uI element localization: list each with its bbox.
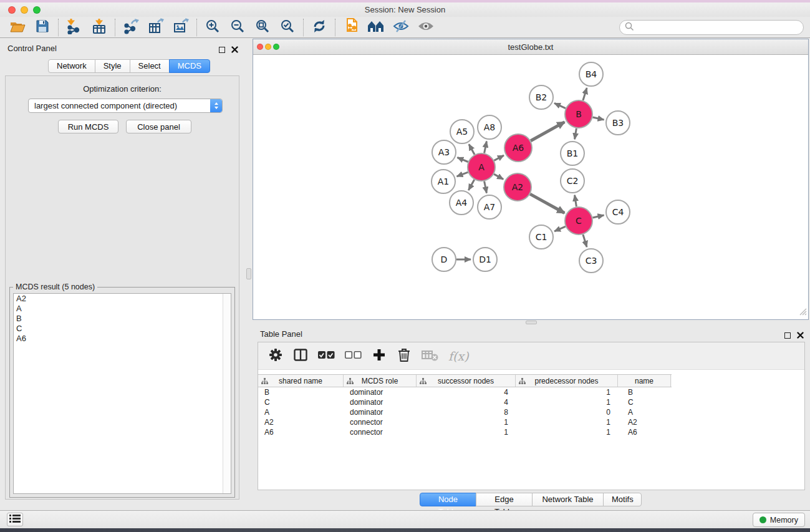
hide-graphics-details-button[interactable] [388,18,413,37]
tab-select[interactable]: Select [130,59,170,73]
graph-node[interactable]: C2 [561,169,584,193]
add-column-button[interactable] [372,349,387,364]
graph-edge[interactable] [593,215,604,218]
graph-edge[interactable] [469,144,475,155]
graph-edge[interactable] [583,88,587,100]
close-panel-icon[interactable] [797,330,804,341]
export-table-button[interactable] [143,18,168,37]
table-row[interactable]: Adominator80A [258,407,804,417]
graph-node[interactable]: A3 [432,140,456,164]
network-graph[interactable]: B4B2BB3A5A8A6A3B1AA1C2A2A4A7C4CC1C3DD1 [253,55,808,319]
graph-edge[interactable] [494,174,503,179]
graph-node[interactable]: A2 [504,173,531,201]
select-all-button[interactable] [318,351,335,362]
tab-node-table[interactable]: Node Table [420,493,476,506]
minimize-window-button[interactable] [21,6,28,14]
search-input[interactable] [634,23,803,32]
graph-node[interactable]: A6 [504,134,532,162]
export-image-button[interactable] [168,18,193,37]
graph-node[interactable]: C1 [529,225,553,249]
deselect-all-button[interactable] [345,351,362,362]
graph-edge[interactable] [554,103,566,108]
graph-edge[interactable] [485,142,487,153]
search-field[interactable] [619,20,804,35]
graph-edge[interactable] [468,180,474,190]
table-row[interactable]: Cdominator41C [258,397,804,407]
graph-edge[interactable] [575,128,577,140]
function-builder-button[interactable]: f(x) [448,349,469,363]
network-minimize-button[interactable] [265,44,271,50]
tab-edge-table[interactable]: Edge Table [476,493,533,506]
close-panel-icon[interactable] [231,44,238,56]
network-zoom-button[interactable] [273,44,279,50]
graph-node[interactable]: B [565,100,592,128]
column-header-shared-name[interactable]: shared name [258,375,344,387]
graph-node[interactable]: C3 [579,249,603,273]
graph-node[interactable]: C [565,207,592,235]
zoom-selected-button[interactable] [275,18,300,37]
table-row[interactable]: A6connector11A6 [258,427,804,437]
import-network-button[interactable] [62,18,87,37]
show-graphics-details-button[interactable] [413,18,438,37]
resize-grip-icon[interactable] [798,306,807,318]
graph-edge[interactable] [575,195,577,207]
graph-node[interactable]: D1 [473,248,497,271]
graph-node[interactable]: D [432,248,456,271]
zoom-fit-button[interactable] [250,18,275,37]
tab-mcds[interactable]: MCDS [169,59,210,73]
graph-node[interactable]: A4 [450,191,473,215]
graph-edge[interactable] [485,181,487,193]
graph-edge[interactable] [530,194,564,213]
save-session-button[interactable] [30,18,55,37]
graph-edge[interactable] [457,172,468,177]
import-table-button[interactable] [87,18,112,37]
open-file-button[interactable] [5,18,30,37]
network-canvas[interactable]: B4B2BB3A5A8A6A3B1AA1C2A2A4A7C4CC1C3DD1 [253,55,808,319]
table-settings-button[interactable] [268,348,283,364]
scrollbar[interactable] [223,294,231,493]
graph-edge[interactable] [583,235,587,247]
graph-node[interactable]: A7 [478,195,501,219]
graph-node[interactable]: B1 [561,142,584,165]
export-network-button[interactable] [118,18,143,37]
float-panel-icon[interactable] [219,47,225,53]
graph-edge[interactable] [457,158,468,162]
graph-node[interactable]: C4 [606,200,630,224]
column-header-predecessor-nodes[interactable]: predecessor nodes [516,375,618,387]
graph-edge[interactable] [494,155,504,160]
graph-edge[interactable] [554,226,566,231]
graph-node[interactable]: A [468,153,495,181]
show-networks-button[interactable] [364,18,388,37]
mcds-result-item[interactable]: A [14,304,231,314]
choose-columns-button[interactable] [293,349,308,364]
mcds-result-item[interactable]: B [14,314,231,324]
mcds-result-item[interactable]: A2 [14,294,231,304]
table-row[interactable]: Bdominator41B [258,387,804,397]
column-header-name[interactable]: name [618,375,671,387]
delete-column-button[interactable] [397,348,412,364]
mcds-result-item[interactable]: C [14,324,231,334]
tab-network[interactable]: Network [48,59,95,73]
run-mcds-button[interactable]: Run MCDS [58,120,118,133]
network-close-button[interactable] [257,44,263,50]
delete-table-button[interactable] [422,349,438,364]
graph-node[interactable]: B2 [529,85,553,109]
zoom-out-button[interactable] [225,18,250,37]
close-panel-button[interactable]: Close panel [126,120,191,133]
tab-network-table[interactable]: Network Table [532,493,604,506]
graph-node[interactable]: B4 [579,62,603,86]
refresh-button[interactable] [307,18,332,37]
table-row[interactable]: A2connector11A2 [258,417,804,427]
task-history-button[interactable] [7,513,23,526]
column-header-successor-nodes[interactable]: successor nodes [417,375,516,387]
mcds-result-item[interactable]: A6 [14,334,231,344]
graph-node[interactable]: B3 [606,111,630,135]
memory-button[interactable]: Memory [753,513,805,527]
tab-style[interactable]: Style [95,59,130,73]
close-window-button[interactable] [8,6,16,14]
zoom-in-button[interactable] [200,18,225,37]
graph-node[interactable]: A8 [478,115,501,139]
graph-edge[interactable] [531,122,564,141]
new-network-from-selection-button[interactable] [339,18,364,37]
graph-edge[interactable] [593,117,604,120]
